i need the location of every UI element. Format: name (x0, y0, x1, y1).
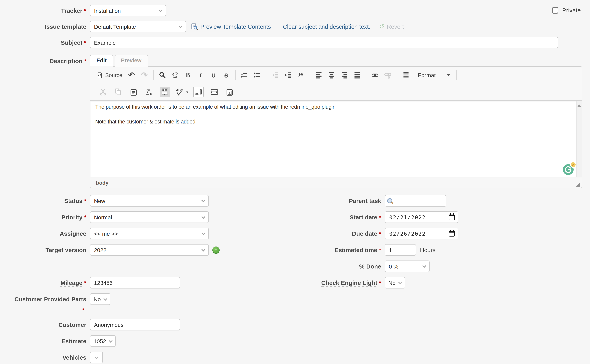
status-parent-row: Status* New Parent task (0, 195, 590, 207)
customer-provided-parts-label: Customer Provided Parts (14, 296, 86, 303)
element-path[interactable]: body (96, 180, 108, 186)
estimate-value: 1052 (94, 338, 106, 344)
eraser-icon (280, 23, 281, 30)
blockquote-button[interactable]: ” (295, 70, 306, 80)
priority-label: Priority (61, 214, 82, 221)
paste-button[interactable] (128, 87, 139, 97)
customer-provided-parts-required-line: * (0, 306, 590, 313)
align-center-button[interactable] (326, 70, 337, 80)
chevron-down-icon (398, 280, 402, 284)
customer-provided-parts-select[interactable]: No (90, 293, 110, 305)
search-icon (387, 198, 393, 204)
link-button[interactable] (370, 70, 380, 80)
numbered-list-button[interactable]: 12 (239, 70, 250, 80)
outdent-button[interactable] (270, 70, 280, 80)
private-label: Private (562, 7, 581, 13)
chevron-down-icon (109, 338, 113, 342)
media-embed-button[interactable] (209, 87, 219, 97)
align-left-button[interactable] (314, 70, 324, 80)
subject-input[interactable] (90, 37, 558, 48)
redo-icon: ↷ (141, 71, 148, 79)
tracker-select[interactable]: Installation (90, 5, 166, 16)
issue-template-row: Issue template Default Template Preview … (0, 21, 590, 32)
strikethrough-button[interactable]: S (221, 70, 232, 80)
chevron-down-icon (103, 297, 107, 300)
remove-format-button[interactable]: Tx (144, 87, 154, 97)
status-label: Status (64, 197, 83, 204)
due-date-input[interactable]: 02/26/2022 (385, 228, 458, 239)
estimated-time-input[interactable] (385, 244, 416, 256)
bold-button[interactable]: B (183, 70, 193, 80)
check-engine-light-select[interactable]: No (385, 277, 405, 288)
templates-icon (161, 88, 168, 96)
parent-task-input[interactable] (385, 195, 446, 207)
start-date-input[interactable]: 02/21/2022 (385, 211, 458, 223)
vehicles-label: Vehicles (62, 354, 86, 361)
vehicles-select[interactable] (90, 352, 103, 363)
scroll-up-icon[interactable] (577, 104, 581, 107)
estimate-select[interactable]: 1052 (90, 335, 116, 347)
customer-input[interactable] (90, 319, 180, 331)
templates-button[interactable] (160, 87, 170, 97)
replace-button[interactable]: ba (170, 70, 181, 80)
widget-selection-button[interactable] (193, 87, 204, 97)
unlink-button[interactable] (383, 70, 393, 80)
chevron-down-icon (201, 214, 205, 219)
customer-provided-parts-row: Customer Provided Parts No (0, 293, 590, 305)
priority-select[interactable]: Normal (90, 211, 209, 223)
estimate-row: Estimate 1052 (0, 335, 590, 347)
preview-template-link[interactable]: Preview Template Contents (191, 23, 271, 30)
redo-button[interactable]: ↷ (139, 70, 150, 80)
editor-scrollbar[interactable] (577, 101, 582, 177)
issue-template-select[interactable]: Default Template (90, 21, 186, 32)
align-right-button[interactable] (339, 70, 350, 80)
percent-done-select[interactable]: 0 % (385, 260, 429, 272)
format-dropdown[interactable]: Format (418, 72, 450, 78)
indent-button[interactable] (283, 70, 293, 80)
calendar-icon[interactable] (449, 214, 455, 220)
customer-provided-parts-value: No (94, 296, 101, 302)
copy-icon (114, 88, 122, 96)
hours-suffix: Hours (420, 247, 436, 253)
description-label-cell: Description* (0, 55, 90, 64)
undo-button[interactable]: ↶ (126, 70, 137, 80)
check-engine-light-label: Check Engine Light (321, 279, 377, 287)
tab-edit[interactable]: Edit (90, 55, 113, 67)
blockquote-icon: ” (298, 71, 303, 79)
add-version-button[interactable]: + (212, 246, 220, 254)
bulleted-list-button[interactable] (252, 70, 262, 80)
tracker-label: Tracker (61, 7, 83, 14)
target-version-select[interactable]: 2022 (90, 244, 209, 256)
source-button[interactable]: Source (95, 70, 124, 80)
italic-button[interactable]: I (196, 70, 206, 80)
mileage-input[interactable] (90, 277, 180, 288)
resize-grip-icon[interactable] (576, 182, 580, 187)
status-select[interactable]: New (90, 195, 209, 207)
revert-link[interactable]: ↺ Revert (379, 23, 404, 30)
cut-button[interactable] (98, 87, 108, 97)
underline-button[interactable]: U (208, 70, 219, 80)
mileage-label: Mileage (60, 279, 82, 287)
spellcheck-button[interactable]: ABC (175, 87, 189, 97)
format-label: Format (418, 72, 436, 78)
source-label: Source (105, 72, 122, 78)
copy-button[interactable] (113, 87, 123, 97)
paste-plain-text-button[interactable]: T (224, 87, 235, 97)
required-marker: * (84, 58, 86, 64)
find-icon (159, 72, 166, 79)
private-checkbox[interactable] (552, 7, 559, 13)
justify-button[interactable] (352, 70, 362, 80)
find-button[interactable] (157, 70, 168, 80)
align-right-icon (341, 72, 348, 79)
clear-subject-link[interactable]: Clear subject and description text. (280, 23, 370, 30)
tab-preview[interactable]: Preview (114, 55, 148, 67)
caret-down-icon (186, 91, 188, 94)
editor-content[interactable]: The purpose of this work order is to be … (90, 100, 582, 177)
grammarly-widget[interactable]: 2 (563, 164, 574, 175)
svg-text:b: b (172, 72, 174, 76)
div-container-button[interactable] (401, 70, 411, 80)
assignee-select[interactable]: << me >> (90, 228, 209, 239)
assignee-value: << me >> (94, 230, 118, 237)
start-date-value: 02/21/2022 (389, 214, 426, 220)
calendar-icon[interactable] (449, 231, 455, 236)
